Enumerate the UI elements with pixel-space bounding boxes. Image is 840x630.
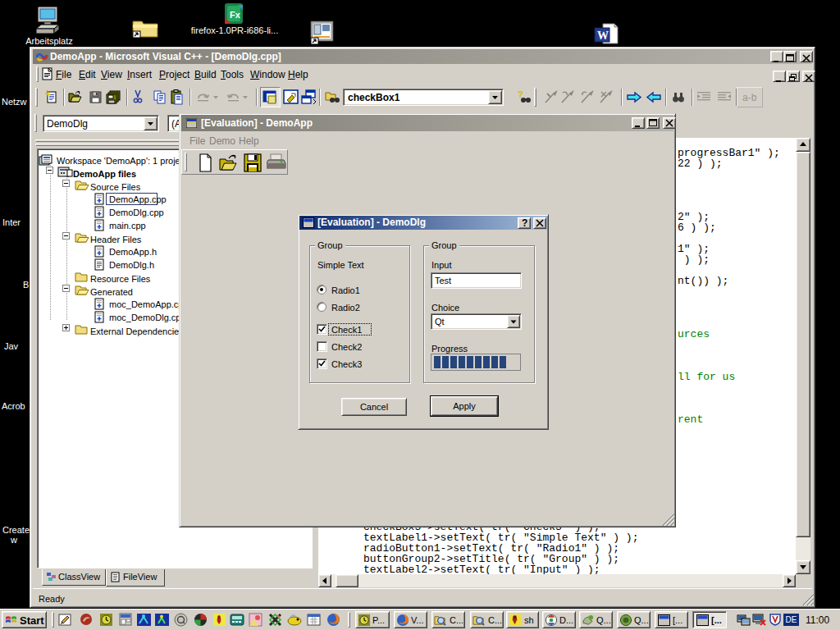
- svg-text:W: W: [597, 30, 609, 42]
- svg-text:Fx: Fx: [230, 10, 241, 20]
